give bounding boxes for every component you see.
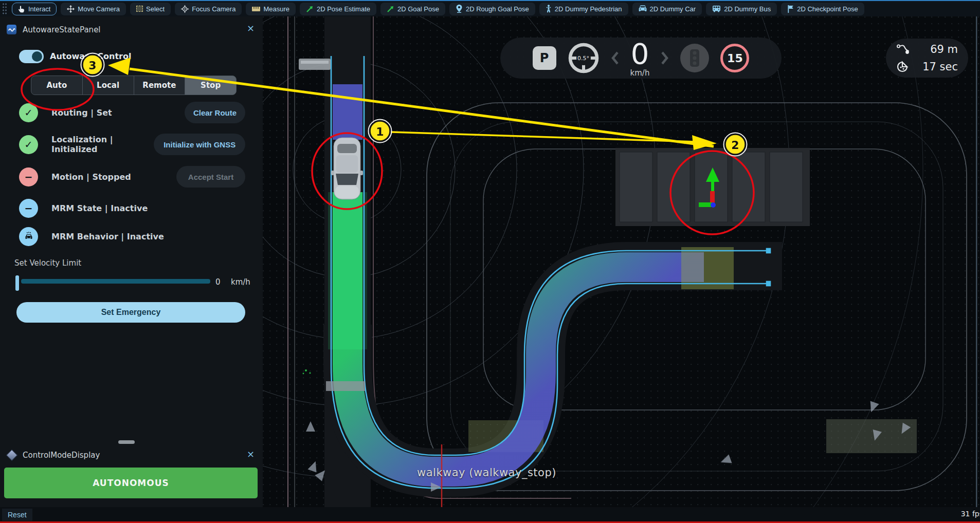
status-row-motion: − Motion | Stopped Accept Start (19, 167, 245, 186)
status-label: MRM Behavior | Inactive (51, 232, 164, 241)
control-mode-segmented: Auto Local Remote Stop (31, 76, 237, 95)
tool-label: 2D Goal Pose (397, 5, 439, 13)
route-distance-row: 69 m (896, 42, 958, 57)
check-icon: ✓ (19, 135, 38, 154)
car-icon (639, 5, 647, 12)
close-icon[interactable]: × (247, 23, 255, 33)
mode-remote-button[interactable]: Remote (134, 76, 186, 95)
chevron-left-icon (611, 51, 619, 65)
panel-title: ControlModeDisplay (23, 451, 100, 460)
hand-cursor-icon (18, 5, 25, 13)
gear-indicator: P (533, 46, 556, 70)
tool-2d-goal-pose[interactable]: 2D Goal Pose (380, 3, 445, 15)
traffic-light-indicator (680, 44, 709, 72)
tool-label: Select (146, 5, 165, 13)
ruler-icon (252, 7, 260, 11)
ego-vehicle (331, 138, 363, 199)
panel-title: AutowareStatePanel (23, 25, 101, 34)
set-emergency-button[interactable]: Set Emergency (16, 302, 245, 323)
tool-label: 2D Checkpoint Pose (797, 5, 858, 13)
tool-label: Move Camera (78, 5, 120, 13)
route-path-icon (896, 44, 910, 55)
clear-route-button[interactable]: Clear Route (185, 102, 245, 123)
reset-button[interactable]: Reset (2, 509, 32, 521)
scene-3d (263, 16, 980, 507)
velocity-slider-handle[interactable] (15, 275, 19, 291)
traffic-light-icon (689, 49, 700, 67)
status-label: Localization | Initialized (51, 135, 154, 154)
tool-measure[interactable]: Measure (246, 3, 296, 15)
tool-interact[interactable]: Interact (12, 3, 57, 15)
route-eta-row: 17 sec (896, 59, 958, 74)
speed-limit-indicator: 15 (720, 44, 749, 72)
rviz-window: Interact Move Camera Select Focus Camera… (0, 0, 980, 523)
tool-2d-dummy-car[interactable]: 2D Dummy Car (632, 3, 702, 15)
mode-auto-button[interactable]: Auto (31, 76, 83, 95)
control-mode-display-panel: ControlModeDisplay × (0, 446, 263, 465)
tool-2d-rough-goal-pose[interactable]: 2D Rough Goal Pose (449, 3, 535, 15)
toggle-knob (32, 51, 42, 62)
selection-box-icon (136, 6, 143, 12)
green-arrow-icon (387, 5, 394, 13)
mode-local-button[interactable]: Local (82, 76, 134, 95)
velocity-slider-track[interactable] (21, 279, 210, 284)
status-row-routing: ✓ Routing | Set Clear Route (19, 103, 245, 122)
tool-label: Interact (28, 5, 50, 13)
autoware-control-toggle[interactable] (19, 50, 44, 63)
minus-blue-icon: − (19, 199, 38, 218)
minus-red-icon: − (19, 167, 38, 186)
crosswalk (326, 381, 365, 391)
steering-angle-value: 0.5° (568, 42, 600, 74)
tool-2d-pose-estimate[interactable]: 2D Pose Estimate (300, 3, 376, 15)
tool-select[interactable]: Select (130, 3, 171, 15)
tool-label: 2D Dummy Bus (724, 5, 771, 13)
toolbar-drag-handle[interactable] (2, 3, 8, 15)
vehicle-hud: P 0.5° 0 km/h (500, 38, 782, 79)
autoware-control-label: Autoware Control (50, 51, 131, 61)
crosshair-icon (181, 5, 189, 13)
status-row-mrm-behavior: MRM Behavior | Inactive (19, 227, 245, 246)
autoware-logo-icon (7, 25, 16, 34)
velocity-limit-label: Set Velocity Limit (14, 258, 81, 268)
chevron-right-icon (661, 51, 669, 65)
speed-display: 0 km/h (630, 40, 650, 77)
parked-vehicle-cab (301, 61, 329, 64)
status-label: MRM State | Inactive (51, 203, 148, 213)
speed-unit: km/h (630, 69, 650, 77)
steering-wheel-indicator: 0.5° (568, 42, 600, 74)
mode-stop-button[interactable]: Stop (185, 76, 237, 95)
viewport-right-border (976, 16, 977, 507)
route-eta-value: 17 sec (922, 61, 958, 73)
timer-clock-icon (896, 61, 909, 73)
speed-value: 0 (631, 40, 649, 68)
viewport-3d[interactable]: walkway (walkway_stop) P 0.5° 0 km/h (263, 16, 980, 507)
panel-divider-handle[interactable] (118, 440, 135, 444)
tool-label: 2D Rough Goal Pose (466, 5, 529, 13)
flag-icon (787, 5, 794, 13)
tool-move-camera[interactable]: Move Camera (61, 3, 126, 15)
panel-diamond-icon (6, 450, 18, 461)
bus-icon (712, 5, 721, 12)
tool-label: 2D Pose Estimate (317, 5, 370, 13)
close-icon[interactable]: × (247, 449, 255, 459)
parked-vehicle (299, 59, 331, 70)
initialize-gnss-button[interactable]: Initialize with GNSS (154, 134, 245, 155)
tool-label: Measure (263, 5, 289, 13)
toolbar: Interact Move Camera Select Focus Camera… (0, 0, 980, 16)
tool-2d-dummy-bus[interactable]: 2D Dummy Bus (706, 3, 777, 15)
check-icon: ✓ (19, 103, 38, 122)
status-label: Routing | Set (51, 108, 112, 118)
fps-counter: 31 fps (961, 510, 980, 518)
accept-start-button[interactable]: Accept Start (176, 166, 245, 188)
route-distance-value: 69 m (930, 43, 958, 55)
control-mode-value: AUTONOMOUS (4, 468, 258, 498)
tool-2d-dummy-pedestrian[interactable]: 2D Dummy Pedestrian (539, 3, 628, 15)
map-pin-icon (456, 5, 463, 13)
left-panel-column: AutowareStatePanel × Autoware Control Au… (0, 16, 263, 507)
status-label: Motion | Stopped (51, 172, 131, 182)
status-row-mrm-state: − MRM State | Inactive (19, 198, 245, 218)
tool-2d-checkpoint-pose[interactable]: 2D Checkpoint Pose (781, 3, 864, 15)
walkway-label: walkway (walkway_stop) (417, 466, 556, 479)
tool-focus-camera[interactable]: Focus Camera (175, 3, 242, 15)
emergency-car-icon (19, 227, 38, 246)
